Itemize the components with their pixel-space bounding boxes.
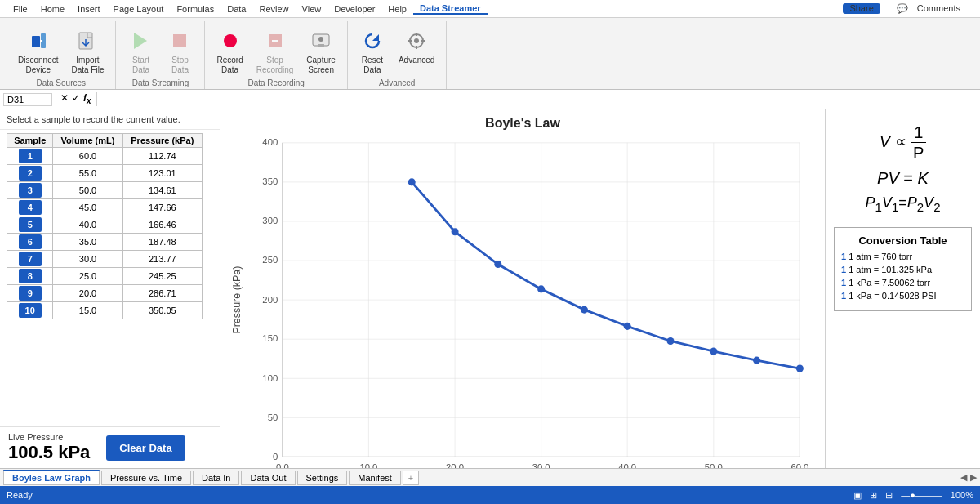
formula-input[interactable] (100, 95, 977, 105)
comments-button[interactable]: 💬 Comments (890, 3, 973, 14)
volume-cell: 45.0 (53, 199, 122, 216)
conversion-table: Conversion Table 1 1 atm = 760 torr 1 1 … (834, 227, 972, 311)
cell-reference[interactable] (3, 93, 52, 106)
scroll-tabs-right-icon[interactable]: ▶ (970, 472, 977, 483)
clear-data-button[interactable]: Clear Data (106, 435, 185, 461)
sample-cell: 9 (7, 285, 53, 302)
menu-home[interactable]: Home (34, 4, 71, 14)
formula-bar: ✕ ✓ fx (0, 90, 980, 109)
stop-recording-button[interactable]: StopRecording (252, 25, 299, 78)
zoom-slider[interactable]: —●——— (901, 490, 942, 500)
advanced-group-label: Advanced (354, 78, 439, 89)
disconnect-device-button[interactable]: DisconnectDevice (13, 25, 63, 78)
normal-view-icon[interactable]: ▣ (853, 490, 862, 501)
sample-button-5[interactable]: 5 (19, 217, 42, 232)
insert-function-icon[interactable]: fx (83, 92, 91, 105)
svg-rect-0 (32, 36, 40, 47)
menu-help[interactable]: Help (381, 4, 413, 14)
chart-area: 0 50 100 150 200 250 300 350 400 0.0 10.… (227, 132, 818, 468)
sample-button-8[interactable]: 8 (19, 269, 42, 283)
confirm-formula-icon[interactable]: ✓ (72, 92, 80, 105)
menu-data[interactable]: Data (220, 4, 252, 14)
status-bar: Ready ▣ ⊞ ⊟ —●——— 100% (0, 486, 980, 504)
menu-file[interactable]: File (7, 4, 34, 14)
add-sheet-button[interactable]: + (403, 471, 419, 485)
sample-button-2[interactable]: 2 (19, 166, 42, 181)
start-data-button[interactable]: StartData (122, 25, 158, 78)
svg-text:Pressure (kPa): Pressure (kPa) (231, 266, 243, 334)
svg-text:100: 100 (262, 373, 278, 383)
table-row: 5 40.0 166.46 (7, 216, 203, 234)
tab-manifest[interactable]: Manifest (349, 471, 401, 485)
volume-cell: 40.0 (53, 216, 122, 234)
capture-screen-button[interactable]: CaptureScreen (301, 25, 341, 78)
svg-text:50: 50 (268, 413, 278, 422)
menu-insert[interactable]: Insert (71, 4, 107, 14)
tab-pressure-vs-time[interactable]: Pressure vs. Time (101, 471, 191, 485)
sample-button-7[interactable]: 7 (19, 252, 42, 266)
sample-button-1[interactable]: 1 (19, 149, 42, 163)
start-data-label: StartData (132, 56, 149, 75)
pressure-cell: 134.61 (122, 182, 202, 199)
tab-settings[interactable]: Settings (297, 471, 348, 485)
stop-data-label: StopData (172, 56, 189, 75)
menu-bar: File Home Insert Page Layout Formulas Da… (0, 0, 980, 18)
table-row: 7 30.0 213.77 (7, 251, 203, 268)
ribbon-group-recording: RecordData StopRecording CaptureScreen D… (205, 21, 347, 89)
table-row: 4 45.0 147.66 (7, 199, 203, 216)
sample-button-10[interactable]: 10 (19, 303, 42, 318)
menu-page-layout[interactable]: Page Layout (107, 4, 171, 14)
disconnect-label: DisconnectDevice (18, 56, 58, 75)
tab-data-out[interactable]: Data Out (241, 471, 295, 485)
menu-formulas[interactable]: Formulas (170, 4, 220, 14)
volume-cell: 50.0 (53, 182, 122, 199)
sample-button-6[interactable]: 6 (19, 234, 42, 249)
import-data-file-button[interactable]: ImportData File (66, 25, 109, 78)
cancel-formula-icon[interactable]: ✕ (60, 92, 69, 105)
advanced-button[interactable]: Advanced (394, 25, 439, 69)
table-row: 10 15.0 350.05 (7, 302, 203, 319)
formula-icons: ✕ ✓ fx (56, 92, 97, 105)
share-button[interactable]: Share (843, 3, 880, 14)
ribbon-group-data-sources: DisconnectDevice ImportData File Data So… (7, 21, 116, 89)
svg-text:150: 150 (262, 333, 278, 343)
col-pressure: Pressure (kPa) (122, 134, 202, 148)
pressure-cell: 286.71 (122, 285, 202, 302)
data-sources-label: Data Sources (13, 78, 109, 89)
pressure-cell: 147.66 (122, 199, 202, 216)
table-row: 1 60.0 112.74 (7, 148, 203, 165)
tab-boyles-law-graph[interactable]: Boyles Law Graph (3, 470, 100, 485)
volume-cell: 60.0 (53, 148, 122, 165)
svg-marker-4 (134, 33, 147, 49)
ribbon: DisconnectDevice ImportData File Data So… (0, 18, 980, 90)
data-point-6 (624, 323, 631, 330)
data-recording-label: Data Recording (212, 78, 340, 89)
formula-2: PV = K (834, 169, 972, 188)
formula-3: P1V1=P2V2 (834, 194, 972, 214)
sample-cell: 3 (7, 182, 53, 199)
menu-view[interactable]: View (296, 4, 328, 14)
stop-data-button[interactable]: StopData (162, 25, 198, 78)
sample-button-9[interactable]: 9 (19, 286, 42, 301)
page-break-icon[interactable]: ⊟ (885, 490, 893, 501)
svg-point-10 (318, 37, 323, 42)
formula-1: V ∝ 1 P (834, 123, 972, 163)
reset-data-button[interactable]: ResetData (354, 25, 390, 78)
menu-review[interactable]: Review (252, 4, 295, 14)
sample-cell: 8 (7, 268, 53, 285)
conversion-item-3: 1 1 kPa = 7.50062 torr (841, 278, 964, 288)
sample-button-4[interactable]: 4 (19, 200, 42, 215)
sample-button-3[interactable]: 3 (19, 183, 42, 198)
tab-data-in[interactable]: Data In (193, 471, 239, 485)
menu-data-streamer[interactable]: Data Streamer (413, 3, 488, 15)
chart-container: Boyle's Law (220, 109, 825, 468)
scroll-tabs-left-icon[interactable]: ◀ (960, 472, 967, 483)
record-data-button[interactable]: RecordData (212, 25, 247, 78)
page-layout-icon[interactable]: ⊞ (870, 490, 877, 501)
reset-label: ResetData (362, 56, 383, 75)
menu-developer[interactable]: Developer (327, 4, 381, 14)
svg-text:60.0: 60.0 (791, 462, 808, 468)
stop-data-icon (167, 28, 193, 54)
pressure-cell: 213.77 (122, 251, 202, 268)
svg-text:200: 200 (262, 295, 278, 305)
